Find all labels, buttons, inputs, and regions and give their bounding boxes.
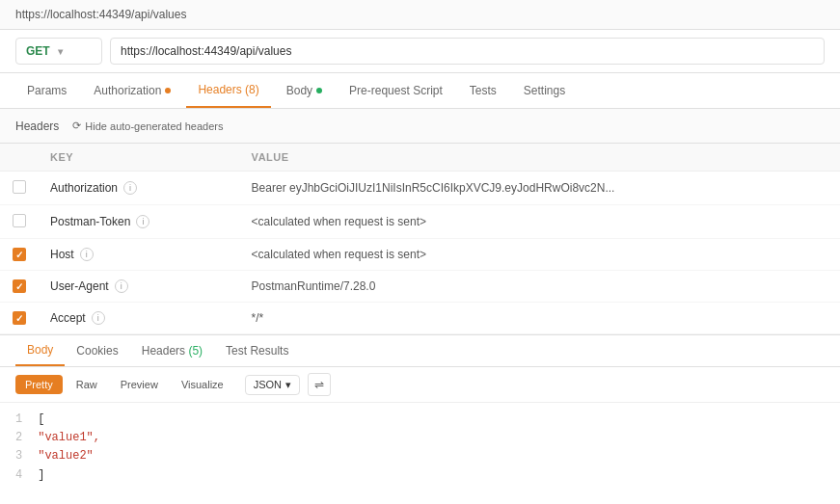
line-number: 1 (15, 411, 38, 429)
response-tab-cookies-label: Cookies (76, 344, 118, 358)
authorization-dot (165, 88, 171, 93)
tab-params[interactable]: Params (15, 74, 78, 107)
value-cell-2: <calculated when request is sent> (240, 239, 840, 271)
key-text-0: Authorization (50, 181, 118, 195)
col-checkbox (0, 144, 39, 172)
top-bar: https://localhost:44349/api/values (0, 0, 840, 30)
line-number: 3 (15, 447, 38, 465)
key-cell-1: Postman-Tokeni (50, 215, 229, 228)
row-checkbox-2[interactable] (12, 247, 27, 262)
url-input[interactable] (110, 38, 825, 65)
tab-settings[interactable]: Settings (512, 74, 577, 107)
info-icon[interactable]: i (80, 248, 94, 261)
tab-headers-label: Headers (8) (198, 83, 258, 96)
col-key-header: KEY (39, 144, 240, 172)
col-value-header: VALUE (240, 144, 840, 172)
key-cell-0: Authorizationi (50, 181, 229, 195)
row-checkbox-0[interactable] (12, 179, 27, 195)
key-cell-3: User-Agenti (50, 279, 229, 293)
tab-headers[interactable]: Headers (8) (186, 73, 270, 108)
key-text-4: Accept (50, 311, 86, 325)
code-line: 2 "value1", (15, 429, 825, 447)
code-content: "value2" (38, 447, 94, 465)
tab-body-label: Body (286, 84, 312, 97)
headers-table-section: KEY VALUE AuthorizationiBearer eyJhbGciO… (0, 144, 840, 334)
body-dot (316, 88, 322, 93)
wrap-btn[interactable]: ⇌ (308, 373, 331, 396)
sync-icon: ⟳ (72, 119, 81, 132)
method-select[interactable]: GET ▾ (15, 38, 102, 65)
tab-tests-label: Tests (470, 84, 497, 97)
response-tabs: Body Cookies Headers (5) Test Results (0, 334, 840, 367)
line-number: 4 (15, 466, 38, 485)
headers-section-title: Headers (15, 119, 59, 133)
table-row: User-AgentiPostmanRuntime/7.28.0 (0, 271, 840, 303)
request-bar: GET ▾ (0, 30, 840, 73)
response-tab-test-results[interactable]: Test Results (214, 336, 300, 365)
format-chevron-icon: ▾ (285, 379, 291, 391)
line-number: 2 (15, 429, 38, 447)
format-select[interactable]: JSON ▾ (245, 375, 300, 395)
window-url: https://localhost:44349/api/values (15, 8, 186, 21)
row-checkbox-4[interactable] (12, 310, 27, 326)
key-text-2: Host (50, 248, 74, 261)
tab-tests[interactable]: Tests (458, 74, 508, 107)
response-tab-body-label: Body (27, 343, 53, 357)
row-checkbox-3[interactable] (12, 279, 27, 294)
key-text-3: User-Agent (50, 279, 109, 293)
key-text-1: Postman-Token (50, 215, 130, 228)
row-checkbox-1[interactable] (12, 213, 27, 228)
response-tab-cookies[interactable]: Cookies (65, 336, 129, 365)
value-cell-3: PostmanRuntime/7.28.0 (240, 271, 840, 303)
table-row: Postman-Tokeni<calculated when request i… (0, 205, 840, 239)
tab-prerequest[interactable]: Pre-request Script (338, 74, 454, 107)
hide-auto-label: Hide auto-generated headers (85, 120, 223, 132)
value-cell-0: Bearer eyJhbGciOiJIUzI1NiIsInR5cCI6IkpXV… (240, 172, 840, 205)
table-row: Accepti*/* (0, 303, 840, 334)
response-body: 1[2 "value1",3 "value2"4] (0, 403, 840, 492)
code-line: 3 "value2" (15, 447, 825, 465)
info-icon[interactable]: i (92, 311, 105, 325)
tab-prerequest-label: Pre-request Script (349, 84, 443, 97)
table-row: AuthorizationiBearer eyJhbGciOiJIUzI1NiI… (0, 172, 840, 205)
headers-table-head: KEY VALUE (0, 144, 840, 172)
value-cell-4: */* (240, 303, 840, 334)
wrap-icon: ⇌ (314, 378, 324, 391)
view-visualize-btn[interactable]: Visualize (172, 375, 233, 394)
code-line: 4] (15, 466, 825, 485)
tab-params-label: Params (27, 84, 67, 97)
info-icon[interactable]: i (115, 279, 128, 293)
value-cell-1: <calculated when request is sent> (240, 205, 840, 239)
hide-auto-headers-btn[interactable]: ⟳ Hide auto-generated headers (67, 117, 229, 135)
table-row: Hosti<calculated when request is sent> (0, 239, 840, 271)
code-content: "value1", (38, 429, 100, 447)
tab-authorization[interactable]: Authorization (82, 74, 182, 107)
tab-authorization-label: Authorization (94, 84, 161, 97)
view-raw-btn[interactable]: Raw (67, 375, 107, 394)
tab-settings-label: Settings (524, 84, 565, 97)
response-tab-test-results-label: Test Results (226, 344, 288, 358)
method-chevron-icon: ▾ (58, 46, 63, 57)
headers-table: KEY VALUE AuthorizationiBearer eyJhbGciO… (0, 144, 840, 334)
main-tabs: Params Authorization Headers (8) Body Pr… (0, 73, 840, 109)
view-pretty-btn[interactable]: Pretty (15, 375, 63, 394)
tab-body[interactable]: Body (275, 74, 334, 107)
headers-sub-header: Headers ⟳ Hide auto-generated headers (0, 109, 840, 144)
info-icon[interactable]: i (136, 215, 149, 228)
response-tab-headers[interactable]: Headers (5) (130, 336, 214, 365)
code-content: ] (38, 466, 44, 485)
code-content: [ (38, 411, 44, 429)
key-cell-4: Accepti (50, 311, 229, 325)
method-label: GET (26, 44, 50, 58)
response-lines: 1[2 "value1",3 "value2"4] (15, 411, 825, 485)
response-toolbar: Pretty Raw Preview Visualize JSON ▾ ⇌ (0, 367, 840, 403)
response-tab-body[interactable]: Body (15, 335, 65, 366)
response-tab-headers-label: Headers (5) (142, 344, 203, 358)
key-cell-2: Hosti (50, 248, 229, 261)
code-line: 1[ (15, 411, 825, 429)
format-label: JSON (254, 379, 282, 390)
view-preview-btn[interactable]: Preview (111, 375, 168, 394)
info-icon[interactable]: i (123, 181, 137, 195)
